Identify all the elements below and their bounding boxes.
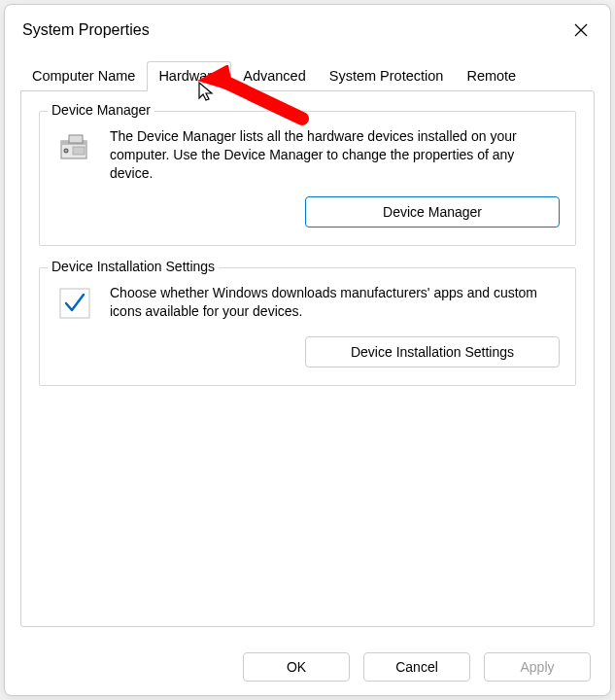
device-manager-description: The Device Manager lists all the hardwar… <box>110 127 560 183</box>
tab-strip: Computer Name Hardware Advanced System P… <box>5 61 610 91</box>
device-installation-button[interactable]: Device Installation Settings <box>305 336 560 368</box>
svg-rect-7 <box>73 147 85 155</box>
device-manager-group: Device Manager The Device Manager lists … <box>39 111 576 246</box>
device-installation-description: Choose whether Windows downloads manufac… <box>110 284 560 321</box>
device-installation-group: Device Installation Settings Choose whet… <box>39 267 576 386</box>
hardware-chip-icon <box>55 127 94 166</box>
svg-rect-8 <box>60 289 89 318</box>
close-button[interactable] <box>564 13 598 48</box>
tab-computer-name[interactable]: Computer Name <box>20 61 147 91</box>
system-properties-window: System Properties Computer Name Hardware… <box>4 4 611 696</box>
tab-system-protection[interactable]: System Protection <box>318 61 456 91</box>
tab-content-hardware: Device Manager The Device Manager lists … <box>20 90 595 627</box>
device-manager-button[interactable]: Device Manager <box>305 196 560 228</box>
svg-point-6 <box>65 150 67 152</box>
titlebar: System Properties <box>5 5 610 52</box>
tab-remote[interactable]: Remote <box>455 61 528 91</box>
device-manager-legend: Device Manager <box>48 102 154 118</box>
dialog-footer: OK Cancel Apply <box>243 652 591 682</box>
checkmark-box-icon <box>55 284 94 323</box>
tab-advanced[interactable]: Advanced <box>231 61 318 91</box>
apply-button[interactable]: Apply <box>484 652 591 682</box>
device-installation-legend: Device Installation Settings <box>48 259 219 274</box>
cancel-button[interactable]: Cancel <box>363 652 470 682</box>
svg-rect-4 <box>69 135 83 143</box>
close-icon <box>573 22 589 38</box>
window-title: System Properties <box>22 21 150 39</box>
tab-hardware[interactable]: Hardware <box>147 61 231 91</box>
ok-button[interactable]: OK <box>243 652 350 682</box>
